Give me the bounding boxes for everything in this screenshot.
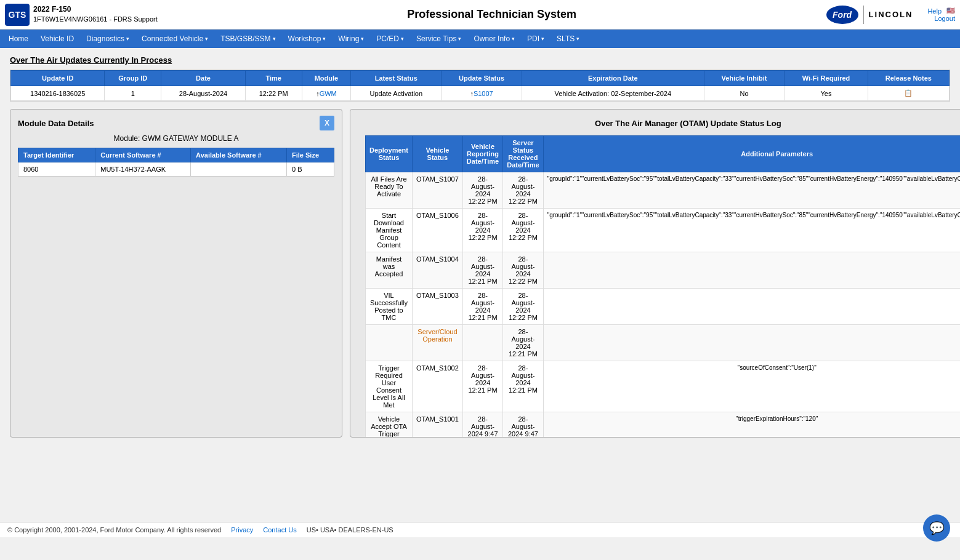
table-row: Manifest was Accepted OTAM_S1004 28-Augu…: [366, 252, 961, 289]
cell-time: 12:22 PM: [245, 86, 302, 101]
table-row: Start Download Manifest Group Content OT…: [366, 209, 961, 252]
mod-col-file-size: File Size: [287, 148, 334, 162]
table-row: 8060 MU5T-14H372-AAGK 0 B: [18, 162, 334, 177]
help-link[interactable]: Help: [927, 7, 942, 15]
nav-workshop[interactable]: Workshop ▾: [282, 30, 333, 48]
mod-cell-target: 8060: [18, 162, 95, 177]
table-row: Vehicle Accept OTA Trigger OTAM_S1001 28…: [366, 412, 961, 438]
page-title: Professional Technician System: [158, 8, 826, 21]
otam-vehicle-reporting: 28-August-2024 12:22 PM: [462, 209, 502, 252]
nav-pdi[interactable]: PDI ▾: [521, 30, 551, 48]
module-subtitle: Module: GWM GATEWAY MODULE A: [10, 134, 342, 148]
nav-pced[interactable]: PC/ED ▾: [370, 30, 410, 48]
header-logo: GTS 2022 F-150 1FT6W1EV4NWG06161 - FDRS …: [5, 4, 158, 26]
otam-vehicle-status: OTAM_S1001: [412, 412, 462, 438]
otam-deployment-status: Manifest was Accepted: [366, 252, 413, 289]
footer-contact-link[interactable]: Contact Us: [263, 526, 296, 534]
otam-log-panel: Over The Air Manager (OTAM) Update Statu…: [350, 109, 960, 438]
nav-slts[interactable]: SLTS ▾: [551, 30, 586, 48]
nav-vehicle-id[interactable]: Vehicle ID: [34, 30, 80, 48]
otam-server-received: 28-August-2024 12:21 PM: [503, 325, 543, 361]
cell-latest-status: Update Activation: [351, 86, 442, 101]
otam-vehicle-status: OTAM_S1003: [412, 289, 462, 325]
mod-cell-available-sw: [191, 162, 287, 177]
nav-connected-vehicle[interactable]: Connected Vehicle ▾: [135, 30, 214, 48]
otam-additional-params: "triggerExpirationHours":"120": [543, 412, 960, 438]
nav-bar: Home Vehicle ID Diagnostics ▾ Connected …: [0, 30, 960, 48]
otam-vehicle-reporting: 28-August-2024 12:21 PM: [462, 252, 502, 289]
table-row: All Files Are Ready To Activate OTAM_S10…: [366, 172, 961, 209]
header: GTS 2022 F-150 1FT6W1EV4NWG06161 - FDRS …: [0, 0, 960, 30]
cell-module: ↑GWM: [302, 86, 351, 101]
otam-server-received: 28-August-2024 12:22 PM: [503, 209, 543, 252]
col-update-id: Update ID: [11, 71, 105, 86]
otam-deployment-status: VIL Successfully Posted to TMC: [366, 289, 413, 325]
mod-col-available-sw: Available Software #: [191, 148, 287, 162]
nav-tsb[interactable]: TSB/GSB/SSM ▾: [214, 30, 281, 48]
otam-deployment-status: [366, 325, 413, 361]
footer: © Copyright 2000, 2001-2024, Ford Motor …: [0, 522, 960, 537]
module-data-panel: Module Data Details X Module: GWM GATEWA…: [10, 109, 342, 438]
footer-privacy-link[interactable]: Privacy: [231, 526, 253, 534]
col-release-notes: Release Notes: [868, 71, 949, 86]
brand-logos: Ford LINCOLN Help 🇺🇸 Logout: [826, 6, 955, 24]
nav-service-tips[interactable]: Service Tips ▾: [410, 30, 467, 48]
panels-container: Module Data Details X Module: GWM GATEWA…: [10, 109, 950, 438]
col-update-status: Update Status: [442, 71, 522, 86]
nav-wiring[interactable]: Wiring ▾: [332, 30, 370, 48]
otam-col-additional: Additional Parameters: [543, 136, 960, 172]
otam-deployment-status: Trigger Required User Consent Level Is A…: [366, 361, 413, 412]
otam-vehicle-status: OTAM_S1002: [412, 361, 462, 412]
col-date: Date: [161, 71, 246, 86]
otam-server-received: 28-August-2024 9:47 AM: [503, 412, 543, 438]
otam-deployment-status: Start Download Manifest Group Content: [366, 209, 413, 252]
mod-cell-file-size: 0 B: [287, 162, 334, 177]
mod-col-target: Target Identifier: [18, 148, 95, 162]
otam-server-received: 28-August-2024 12:21 PM: [503, 361, 543, 412]
col-expiration-date: Expiration Date: [522, 71, 704, 86]
otam-col-vehicle-reporting: Vehicle ReportingDate/Time: [462, 136, 502, 172]
cell-date: 28-August-2024: [161, 86, 246, 101]
gts-logo: GTS: [5, 4, 30, 26]
lincoln-logo: LINCOLN: [869, 10, 913, 19]
cell-wifi-required: Yes: [785, 86, 868, 101]
col-latest-status: Latest Status: [351, 71, 442, 86]
otam-vehicle-reporting: 28-August-2024 12:21 PM: [462, 361, 502, 412]
ota-updates-table-container: Update ID Group ID Date Time Module Late…: [10, 70, 950, 102]
section-title: Over The Air Updates Currently In Proces…: [10, 55, 950, 65]
vehicle-info: 2022 F-150 1FT6W1EV4NWG06161 - FDRS Supp…: [33, 4, 158, 24]
table-row: VIL Successfully Posted to TMC OTAM_S100…: [366, 289, 961, 325]
flag-icon: 🇺🇸: [946, 7, 955, 15]
chat-button[interactable]: 💬: [923, 514, 950, 537]
cell-group-id: 1: [105, 86, 161, 101]
otam-col-deployment: Deployment Status: [366, 136, 413, 172]
otam-server-received: 28-August-2024 12:22 PM: [503, 172, 543, 209]
logout-link[interactable]: Logout: [934, 15, 955, 22]
mod-cell-current-sw: MU5T-14H372-AAGK: [95, 162, 191, 177]
otam-vehicle-reporting: 28-August-2024 12:21 PM: [462, 289, 502, 325]
otam-server-received: 28-August-2024 12:22 PM: [503, 289, 543, 325]
module-panel-header: Module Data Details X: [10, 110, 342, 134]
nav-diagnostics[interactable]: Diagnostics ▾: [80, 30, 135, 48]
col-time: Time: [245, 71, 302, 86]
ota-updates-table: Update ID Group ID Date Time Module Late…: [10, 70, 950, 101]
module-panel-title: Module Data Details: [18, 119, 94, 128]
otam-additional-params: [543, 325, 960, 361]
nav-owner-info[interactable]: Owner Info ▾: [467, 30, 521, 48]
otam-additional-params: "groupId":"1""currentLvBatterySoc":"95""…: [543, 172, 960, 209]
table-row: 1340216-1836025 1 28-August-2024 12:22 P…: [11, 86, 950, 101]
cell-release-notes[interactable]: 📋: [868, 86, 949, 101]
col-wifi-required: Wi-Fi Required: [785, 71, 868, 86]
col-module: Module: [302, 71, 351, 86]
main-content: Over The Air Updates Currently In Proces…: [0, 48, 960, 522]
module-link[interactable]: GWM: [320, 90, 337, 97]
otam-vehicle-reporting: 28-August-2024 9:47 AM: [462, 412, 502, 438]
update-status-link[interactable]: S1007: [474, 90, 493, 97]
otam-col-vehicle-status: Vehicle Status: [412, 136, 462, 172]
nav-home[interactable]: Home: [2, 30, 34, 48]
otam-panel-title: Over The Air Manager (OTAM) Update Statu…: [373, 119, 960, 128]
cell-update-id: 1340216-1836025: [11, 86, 105, 101]
module-panel-close-button[interactable]: X: [320, 116, 334, 130]
col-group-id: Group ID: [105, 71, 161, 86]
otam-additional-params: "groupId":"1""currentLvBatterySoc":"95""…: [543, 209, 960, 252]
